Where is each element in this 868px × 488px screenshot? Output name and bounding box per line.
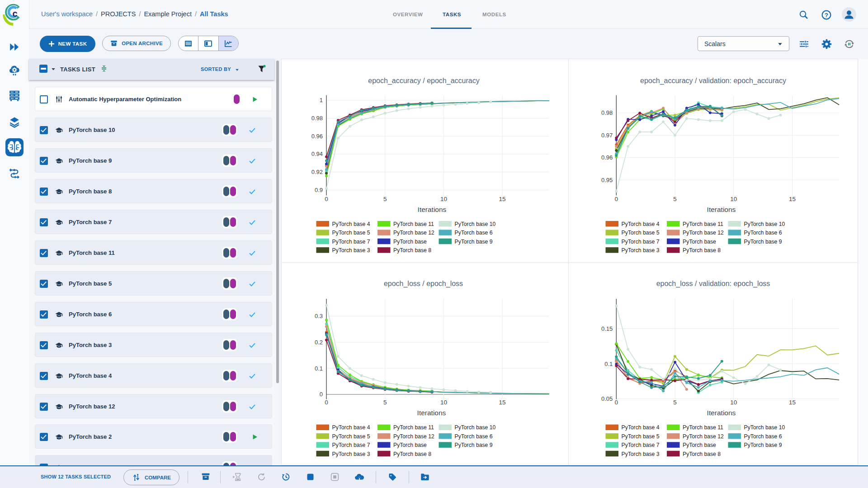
- svg-text:10: 10: [730, 399, 737, 406]
- svg-text:PyTorch base 11: PyTorch base 11: [683, 424, 723, 431]
- svg-text:PyTorch base 5: PyTorch base 5: [332, 433, 370, 440]
- svg-text:0.98: 0.98: [311, 115, 322, 122]
- svg-text:PyTorch base: PyTorch base: [393, 442, 427, 448]
- svg-text:PyTorch base 5: PyTorch base 5: [621, 230, 659, 236]
- svg-text:PyTorch base 10: PyTorch base 10: [744, 221, 785, 227]
- svg-text:PyTorch base 4: PyTorch base 4: [621, 221, 659, 227]
- svg-text:PyTorch base 6: PyTorch base 6: [744, 433, 782, 440]
- svg-text:PyTorch base 10: PyTorch base 10: [454, 424, 495, 431]
- svg-text:PyTorch base 6: PyTorch base 6: [454, 230, 492, 236]
- svg-text:0.98: 0.98: [601, 109, 612, 116]
- svg-text:0.94: 0.94: [311, 150, 322, 157]
- svg-text:0.1: 0.1: [314, 365, 322, 372]
- svg-text:5: 5: [673, 399, 677, 406]
- svg-text:PyTorch base 4: PyTorch base 4: [621, 424, 659, 431]
- svg-text:0.15: 0.15: [601, 325, 612, 332]
- svg-text:5: 5: [383, 196, 387, 202]
- svg-text:15: 15: [499, 399, 505, 406]
- svg-text:5: 5: [673, 196, 677, 202]
- svg-text:1: 1: [319, 97, 322, 103]
- svg-text:0: 0: [325, 399, 328, 406]
- svg-text:0.9: 0.9: [314, 187, 322, 193]
- svg-text:PyTorch base 12: PyTorch base 12: [393, 230, 434, 236]
- svg-text:0.05: 0.05: [601, 395, 612, 402]
- svg-text:epoch_loss / validation: epoch: epoch_loss / validation: epoch_loss: [656, 280, 770, 288]
- svg-text:15: 15: [499, 196, 505, 202]
- svg-text:PyTorch base 9: PyTorch base 9: [744, 442, 782, 448]
- svg-text:Iterations: Iterations: [707, 409, 736, 417]
- svg-text:PyTorch base 6: PyTorch base 6: [744, 230, 782, 236]
- svg-text:0.92: 0.92: [311, 169, 322, 175]
- svg-text:0.95: 0.95: [601, 177, 612, 183]
- svg-text:PyTorch base 8: PyTorch base 8: [683, 451, 721, 457]
- svg-text:PyTorch base 4: PyTorch base 4: [332, 221, 370, 227]
- svg-text:PyTorch base 7: PyTorch base 7: [621, 442, 659, 448]
- svg-text:0.96: 0.96: [311, 133, 322, 140]
- svg-text:PyTorch base: PyTorch base: [393, 239, 427, 245]
- svg-text:Iterations: Iterations: [417, 409, 446, 417]
- svg-text:PyTorch base 9: PyTorch base 9: [744, 239, 782, 245]
- svg-text:0.3: 0.3: [314, 313, 322, 319]
- svg-text:10: 10: [440, 196, 447, 202]
- svg-text:epoch_loss / epoch_loss: epoch_loss / epoch_loss: [383, 280, 462, 288]
- svg-text:PyTorch base 3: PyTorch base 3: [621, 247, 659, 253]
- svg-text:0.97: 0.97: [601, 132, 612, 139]
- svg-text:PyTorch base 10: PyTorch base 10: [744, 424, 785, 431]
- svg-text:PyTorch base 11: PyTorch base 11: [393, 424, 434, 431]
- svg-text:PyTorch base 8: PyTorch base 8: [393, 247, 431, 253]
- svg-text:PyTorch base 9: PyTorch base 9: [454, 442, 492, 448]
- svg-text:PyTorch base 8: PyTorch base 8: [683, 247, 721, 253]
- svg-text:c: c: [12, 9, 17, 19]
- svg-text:PyTorch base: PyTorch base: [683, 442, 716, 448]
- svg-text:PyTorch base 7: PyTorch base 7: [332, 239, 370, 245]
- svg-text:PyTorch base 4: PyTorch base 4: [332, 424, 370, 431]
- svg-text:PyTorch base 3: PyTorch base 3: [332, 247, 370, 253]
- svg-text:15: 15: [788, 196, 795, 202]
- svg-text:0.1: 0.1: [604, 361, 613, 367]
- svg-text:PyTorch base 12: PyTorch base 12: [393, 433, 434, 440]
- svg-text:epoch_accuracy / validation: e: epoch_accuracy / validation: epoch_accur…: [640, 77, 786, 85]
- svg-text:Iterations: Iterations: [417, 206, 446, 213]
- svg-text:PyTorch base 7: PyTorch base 7: [621, 239, 659, 245]
- svg-text:PyTorch base: PyTorch base: [683, 239, 716, 245]
- svg-text:PyTorch base 9: PyTorch base 9: [454, 239, 492, 245]
- svg-text:PyTorch base 3: PyTorch base 3: [621, 451, 659, 457]
- svg-text:PyTorch base 7: PyTorch base 7: [332, 442, 370, 448]
- svg-text:0.2: 0.2: [314, 339, 322, 346]
- svg-text:PyTorch base 12: PyTorch base 12: [683, 433, 724, 440]
- svg-text:PyTorch base 8: PyTorch base 8: [393, 451, 431, 457]
- svg-text:0: 0: [325, 196, 328, 202]
- svg-text:0: 0: [614, 399, 618, 406]
- svg-text:PyTorch base 10: PyTorch base 10: [454, 221, 495, 227]
- svg-text:10: 10: [440, 399, 447, 406]
- svg-text:PyTorch base 5: PyTorch base 5: [332, 230, 370, 236]
- svg-text:PyTorch base 5: PyTorch base 5: [621, 433, 659, 440]
- svg-text:?: ?: [825, 12, 828, 19]
- svg-text:0: 0: [614, 196, 618, 202]
- svg-text:5: 5: [383, 399, 387, 406]
- svg-text:0.96: 0.96: [601, 154, 612, 161]
- svg-text:15: 15: [788, 399, 795, 406]
- svg-text:PyTorch base 12: PyTorch base 12: [683, 230, 724, 236]
- svg-text:10: 10: [730, 196, 737, 202]
- svg-text:PyTorch base 11: PyTorch base 11: [393, 221, 434, 227]
- svg-text:PyTorch base 3: PyTorch base 3: [332, 451, 370, 457]
- svg-text:PyTorch base 6: PyTorch base 6: [454, 433, 492, 440]
- svg-text:PyTorch base 11: PyTorch base 11: [683, 221, 723, 227]
- svg-text:epoch_accuracy / epoch_accurac: epoch_accuracy / epoch_accuracy: [368, 77, 479, 85]
- svg-text:0: 0: [319, 391, 322, 398]
- svg-text:Iterations: Iterations: [707, 206, 736, 213]
